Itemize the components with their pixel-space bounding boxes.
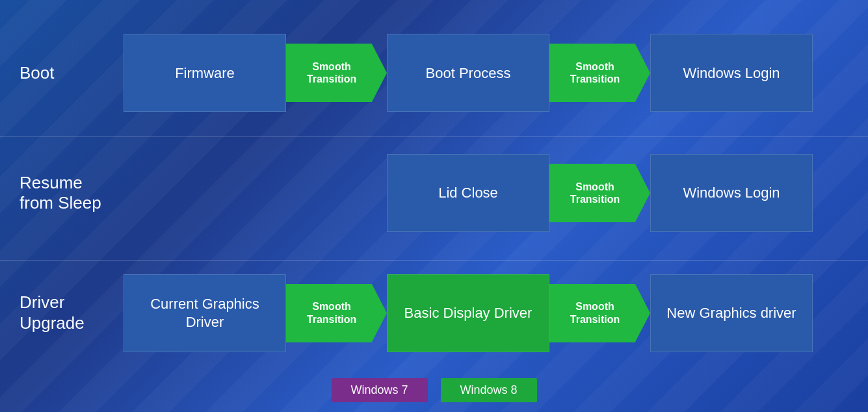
row-resume: Resume from Sleep Lid Close Smooth Trans… bbox=[20, 133, 848, 253]
box-windows-login-resume: Windows Login bbox=[650, 154, 813, 232]
box-windows-login-boot: Windows Login bbox=[650, 34, 813, 112]
box-boot-process: Boot Process bbox=[387, 34, 549, 112]
arrow-boot-2: Smooth Transition bbox=[549, 44, 650, 102]
row-boot: Boot Firmware Smooth Transition Boot Pro… bbox=[20, 13, 848, 133]
flow-driver: Current Graphics Driver Smooth Transitio… bbox=[124, 274, 848, 352]
legend-windows8: Windows 8 bbox=[441, 378, 537, 402]
box-new-driver: New Graphics driver bbox=[650, 274, 813, 352]
row-driver: Driver Upgrade Current Graphics Driver S… bbox=[20, 253, 848, 373]
arrow-resume-1: Smooth Transition bbox=[549, 164, 650, 222]
diagram-container: Boot Firmware Smooth Transition Boot Pro… bbox=[0, 0, 868, 412]
separator-2 bbox=[0, 260, 868, 261]
arrow-driver-2: Smooth Transition bbox=[549, 284, 650, 342]
flow-resume: Lid Close Smooth Transition Windows Logi… bbox=[124, 154, 848, 232]
separator-1 bbox=[0, 136, 868, 137]
box-lid-close: Lid Close bbox=[387, 154, 549, 232]
row-label-driver: Driver Upgrade bbox=[20, 292, 124, 333]
row-label-boot: Boot bbox=[20, 63, 124, 83]
legend-windows7: Windows 7 bbox=[331, 378, 427, 402]
spacer-resume-1 bbox=[124, 154, 286, 232]
row-label-resume: Resume from Sleep bbox=[20, 173, 124, 213]
arrow-driver-1: Smooth Transition bbox=[286, 284, 387, 342]
box-basic-display-driver: Basic Display Driver bbox=[387, 274, 549, 352]
arrow-boot-1: Smooth Transition bbox=[286, 44, 387, 102]
flow-boot: Firmware Smooth Transition Boot Process … bbox=[124, 34, 848, 112]
box-firmware: Firmware bbox=[124, 34, 286, 112]
legend: Windows 7 Windows 8 bbox=[331, 378, 536, 402]
box-current-driver: Current Graphics Driver bbox=[124, 274, 286, 352]
